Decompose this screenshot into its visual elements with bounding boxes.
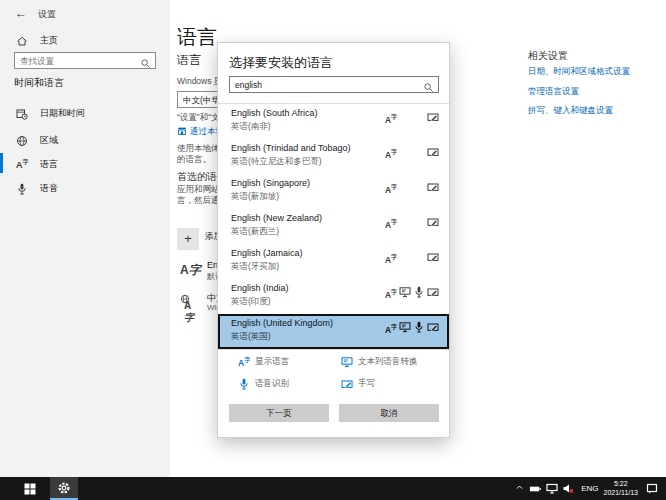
language-list-item[interactable]: English (Jamaica)英语(牙买加)A字 (218, 244, 449, 279)
related-link-datetime-region[interactable]: 日期、时间和区域格式设置 (528, 66, 630, 78)
language-name: English (India) (231, 283, 289, 293)
handwriting-icon (427, 181, 439, 193)
display-language-icon: A字 (385, 185, 397, 195)
section-language-header: 语言 (177, 52, 201, 69)
text-to-speech-icon (399, 286, 411, 298)
cancel-button[interactable]: 取消 (339, 404, 439, 422)
legend-label: 显示语言 (255, 356, 289, 368)
handwriting-icon (427, 111, 439, 123)
language-list-item[interactable]: English (India)英语(印度)A字 (218, 279, 449, 314)
legend-item: A字显示语言 (238, 355, 341, 369)
sidebar-item-speech[interactable]: 语音 (0, 175, 170, 199)
settings-search-input[interactable] (20, 54, 138, 67)
language-name: English (Trinidad and Tobago) (231, 143, 351, 153)
network-display-icon[interactable] (546, 483, 558, 494)
language-list-item[interactable]: English (South Africa)英语(南非)A字 (218, 104, 449, 139)
language-list-item[interactable]: English (United Kingdom)英语(英国)A字 (218, 314, 449, 349)
display-language-note: “设置”和“文 (177, 112, 220, 124)
sidebar-item-label: 语言 (40, 158, 58, 171)
windows-display-language-icon: A字 (180, 294, 200, 314)
sidebar-item-label: 日期和时间 (40, 107, 85, 120)
divider (218, 349, 449, 350)
next-button[interactable]: 下一页 (229, 404, 329, 422)
speech-recognition-icon (413, 286, 425, 298)
language-native-name: 英语(印度) (231, 296, 271, 308)
start-button[interactable] (14, 477, 46, 500)
language-native-name: 英语(南非) (231, 121, 271, 133)
language-list-item[interactable]: English (Trinidad and Tobago)英语(特立尼达和多巴哥… (218, 139, 449, 174)
language-name: English (South Africa) (231, 108, 318, 118)
dialog-search-box[interactable] (229, 76, 439, 93)
related-link-typing[interactable]: 拼写、键入和键盘设置 (528, 105, 613, 117)
battery-icon[interactable] (529, 484, 542, 494)
language-list-item[interactable]: English (New Zealand)英语(新西兰)A字 (218, 209, 449, 244)
dialog-search-input[interactable] (235, 78, 420, 91)
selected-accent-bar (0, 153, 3, 173)
local-note-line2: 的语言。 (177, 154, 211, 166)
sidebar-item-label: 主页 (40, 34, 58, 47)
page-title: 语言 (177, 24, 217, 51)
install-language-dialog: 选择要安装的语言 English (South Africa)英语(南非)A字E… (217, 42, 450, 438)
language-native-name: 英语(新西兰) (231, 226, 279, 238)
language-name: English (United Kingdom) (231, 318, 333, 328)
add-language-button[interactable]: + (177, 228, 199, 250)
feature-icons: A字 (384, 109, 440, 121)
legend-item: 手写 (341, 378, 438, 390)
back-icon[interactable]: ← (15, 6, 27, 20)
display-language-icon: A字 (385, 220, 397, 230)
language-native-name: 英语(新加坡) (231, 191, 279, 203)
sidebar-item-home[interactable]: 主页 (0, 30, 170, 50)
taskbar-clock[interactable]: 5:22 2021/11/13 (603, 480, 638, 497)
display-language-icon: A字 (180, 262, 201, 279)
sidebar-item-date-time[interactable]: 日期和时间 (0, 100, 170, 124)
handwriting-icon (427, 251, 439, 263)
legend-label: 手写 (358, 378, 375, 390)
settings-search-box[interactable] (14, 52, 156, 69)
gear-icon (57, 481, 71, 495)
feature-icons: A字 (384, 214, 440, 226)
sidebar-item-language[interactable]: A字 语言 (0, 151, 170, 175)
related-link-admin-language[interactable]: 管理语言设置 (528, 86, 579, 98)
windows-logo-icon (24, 483, 36, 495)
globe-icon (16, 133, 28, 151)
language-icon: A字 (16, 157, 29, 170)
sidebar-item-region[interactable]: 区域 (0, 127, 170, 151)
input-language-indicator[interactable]: ENG (581, 484, 598, 493)
feature-icons: A字 (384, 249, 440, 261)
search-icon (140, 55, 151, 73)
preferred-note-line2: 言，然后通 (177, 195, 220, 207)
language-list-item[interactable]: English (Singapore)英语(新加坡)A字 (218, 174, 449, 209)
display-language-icon: A字 (385, 290, 397, 300)
legend-item: 文本到语音转换 (341, 355, 438, 369)
desktop: ← 设置 主页 时间和语言 日期和时间 区域 (0, 0, 666, 500)
display-language-icon: A字 (385, 255, 397, 265)
language-name: English (Jamaica) (231, 248, 303, 258)
feature-icons: A字 (384, 144, 440, 156)
legend-item: 语音识别 (238, 378, 341, 390)
settings-sidebar: ← 设置 主页 时间和语言 日期和时间 区域 (0, 0, 170, 477)
dialog-title: 选择要安装的语言 (229, 54, 333, 72)
feature-legend: A字显示语言文本到语音转换语音识别手写 (238, 355, 438, 390)
language-name: English (New Zealand) (231, 213, 322, 223)
microphone-icon (16, 181, 28, 199)
window-title: 设置 (38, 8, 56, 21)
clock-time: 5:22 (603, 480, 638, 489)
volume-muted-icon[interactable] (562, 483, 574, 494)
handwriting-icon (427, 321, 439, 333)
language-name: English (Singapore) (231, 178, 310, 188)
handwriting-icon (427, 146, 439, 158)
taskbar-settings-app[interactable] (50, 477, 78, 500)
search-icon (423, 79, 434, 97)
store-icon (177, 126, 187, 136)
display-language-label: Windows 显 (177, 76, 222, 88)
display-language-icon: A字 (385, 150, 397, 160)
display-language-value: 中文(中华 (183, 95, 220, 107)
display-language-icon: A字 (385, 325, 397, 335)
action-center-icon[interactable] (646, 480, 658, 498)
feature-icons: A字 (384, 284, 440, 296)
related-settings-header: 相关设置 (528, 49, 568, 63)
language-native-name: 英语(英国) (231, 331, 271, 343)
tray-expand-icon[interactable] (515, 483, 524, 494)
speech-recognition-icon (238, 378, 250, 390)
handwriting-icon (341, 378, 353, 390)
